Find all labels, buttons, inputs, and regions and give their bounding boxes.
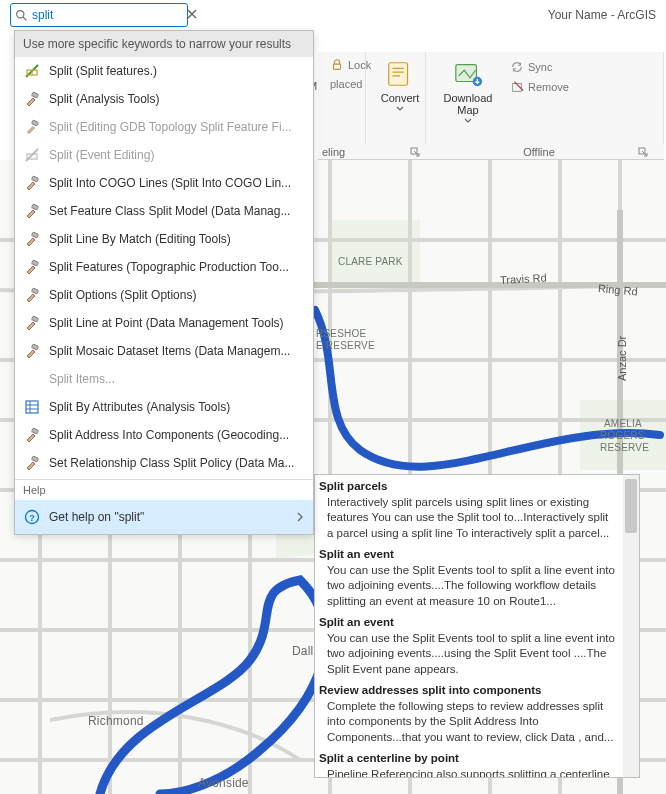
suggestion-item[interactable]: Set Relationship Class Split Policy (Dat… [15,449,313,477]
road-label-travis: Travis Rd [500,272,547,286]
hammer-icon [23,454,41,472]
remove-icon [510,80,524,94]
help-scrollbar-thumb[interactable] [625,479,637,533]
svg-rect-16 [26,401,38,413]
help-topic-desc: You can use the Split Events tool to spl… [319,631,615,678]
help-icon: ? [23,508,41,526]
svg-rect-13 [31,288,38,294]
remove-button[interactable]: Remove [506,78,573,96]
help-results-panel: Split parcelsInteractively split parcels… [314,474,640,778]
ribbon-group-label-labeling: eling [322,146,345,158]
sync-icon [510,60,524,74]
svg-rect-7 [31,120,38,126]
suggestion-item[interactable]: Split Line By Match (Editing Tools) [15,225,313,253]
chevron-down-icon [464,118,472,123]
download-map-icon [452,58,484,90]
svg-rect-10 [31,204,38,210]
suggestion-label: Split Into COGO Lines (Split Into COGO L… [49,176,291,190]
suggestion-item: Split (Editing GDB Topology Split Featur… [15,113,313,141]
dialog-launcher-icon[interactable] [638,147,648,157]
placed-label: placed [330,78,362,90]
help-topic-desc: Complete the following steps to review a… [319,699,615,746]
suggestion-item[interactable]: Set Feature Class Split Model (Data Mana… [15,197,313,225]
suggestion-label: Split (Analysis Tools) [49,92,159,106]
help-topic[interactable]: Split a centerline by pointPipeline Refe… [319,751,615,777]
help-scrollbar[interactable] [623,475,639,777]
suggestion-item[interactable]: Split Features (Topographic Production T… [15,253,313,281]
svg-point-0 [17,10,24,17]
svg-rect-25 [389,63,408,86]
chevron-right-icon [295,512,305,522]
help-topic-title: Split an event [319,615,615,631]
ribbon-group-label-offline: Offline [523,146,555,158]
svg-text:?: ? [29,513,35,523]
suggestion-label: Split Items... [49,372,115,386]
convert-icon [384,58,416,90]
suggestion-item[interactable]: Split Options (Split Options) [15,281,313,309]
svg-rect-33 [330,220,420,290]
suggestion-label: Split Mosaic Dataset Items (Data Managem… [49,344,290,358]
svg-rect-6 [31,92,38,98]
map-label-clare-park: CLARE PARK [338,256,403,267]
help-topic[interactable]: Split an eventYou can use the Split Even… [319,547,615,609]
svg-rect-9 [31,176,38,182]
hammer-icon [23,230,41,248]
sync-button[interactable]: Sync [506,58,573,76]
dialog-launcher-icon[interactable] [410,147,420,157]
command-search-input[interactable] [28,8,186,22]
suggestion-label: Split Features (Topographic Production T… [49,260,289,274]
suggestion-label: Split (Split features.) [49,64,157,78]
suggestion-item[interactable]: Split Address Into Components (Geocoding… [15,421,313,449]
help-topic[interactable]: Review addresses split into componentsCo… [319,683,615,745]
hammer-icon [23,202,41,220]
ribbon-partial: Lock placed M Convert [318,52,664,160]
window-title: Your Name - ArcGIS [548,8,656,22]
map-label-dalli: Dalli [292,644,316,658]
help-topic-title: Split parcels [319,479,615,495]
help-topic[interactable]: Split parcelsInteractively split parcels… [319,479,615,541]
clear-search-icon[interactable] [186,8,198,22]
hammer-icon [23,118,41,136]
suggestion-item[interactable]: Split Into COGO Lines (Split Into COGO L… [15,169,313,197]
suggestion-item[interactable]: Split Line at Point (Data Management Too… [15,309,313,337]
convert-button[interactable]: Convert [374,56,426,113]
attributes-icon [23,398,41,416]
map-label-rogers: ROGERS [600,430,645,441]
svg-rect-12 [31,260,38,266]
suggestion-item[interactable]: Split Mosaic Dataset Items (Data Managem… [15,337,313,365]
suggestion-item[interactable]: Split By Attributes (Analysis Tools) [15,393,313,421]
help-topic-title: Split an event [319,547,615,563]
suggestion-item: Split Items... [15,365,313,393]
sync-label: Sync [528,61,552,73]
help-topic-desc: Interactively split parcels using split … [319,495,615,542]
download-map-button[interactable]: Download Map [434,56,502,125]
suggestion-item[interactable]: Split (Analysis Tools) [15,85,313,113]
help-topic-title: Review addresses split into components [319,683,615,699]
road-label-anzac: Anzac Dr [616,336,628,381]
svg-rect-14 [31,316,38,322]
help-topic[interactable]: Split an eventYou can use the Split Even… [319,615,615,677]
suggestion-item: Split (Event Editing) [15,141,313,169]
map-label-richmond: Richmond [88,714,144,728]
blank-icon [23,370,41,388]
hammer-icon [23,426,41,444]
hammer-icon [23,342,41,360]
chevron-down-icon [396,106,404,111]
command-search-box[interactable] [10,3,188,27]
get-help-label: Get help on "split" [49,510,144,524]
split-tool-icon [23,62,41,80]
search-suggestions-panel: Use more specific keywords to narrow you… [14,30,314,535]
svg-rect-15 [31,344,38,350]
help-topic-desc: Pipeline Referencing also supports split… [319,767,615,777]
map-label-amelia: AMELIA [604,418,642,429]
suggestions-hint: Use more specific keywords to narrow you… [15,31,313,57]
suggestion-label: Split (Editing GDB Topology Split Featur… [49,120,292,134]
suggestion-label: Split Options (Split Options) [49,288,196,302]
hammer-icon [23,90,41,108]
get-help-row[interactable]: ? Get help on "split" [15,500,313,534]
help-topic-title: Split a centerline by point [319,751,615,767]
suggestion-label: Split Line By Match (Editing Tools) [49,232,231,246]
map-label-avonside: Avonside [198,776,249,790]
hammer-icon [23,314,41,332]
suggestion-item[interactable]: Split (Split features.) [15,57,313,85]
